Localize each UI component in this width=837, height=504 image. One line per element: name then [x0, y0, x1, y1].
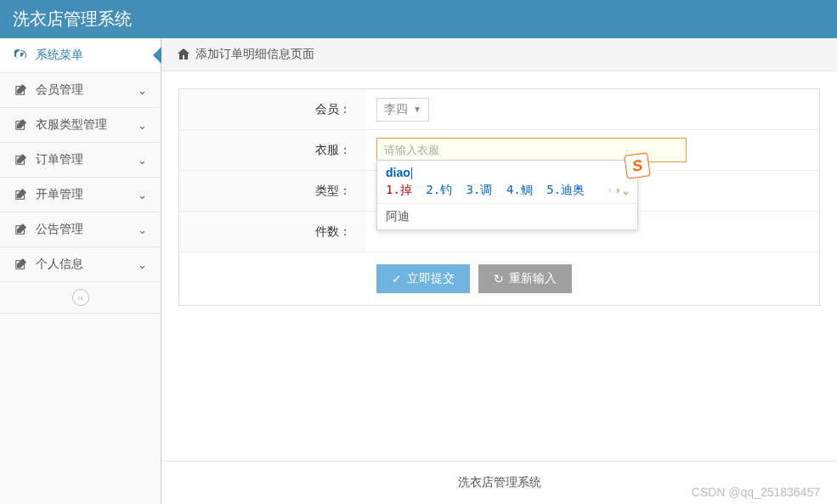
- chevron-down-icon: ⌄: [138, 224, 147, 236]
- form-row-member: 会员： 李四 ▼: [179, 89, 819, 130]
- edit-icon: [14, 119, 29, 131]
- breadcrumb-text: 添加订单明细信息页面: [195, 47, 314, 62]
- sidebar-item-label: 个人信息: [36, 257, 138, 272]
- content-area: 会员： 李四 ▼ 衣服： S: [161, 71, 837, 461]
- active-arrow-icon: [153, 47, 161, 64]
- ime-popup: S diao 1.掉 2.钓 3.调 4.鲷 5.迪奥 ‹ ›: [376, 160, 638, 230]
- ime-more-icon[interactable]: ⌄: [623, 184, 629, 196]
- breadcrumb: 添加订单明细信息页面: [161, 38, 837, 71]
- ime-candidates: 1.掉 2.钓 3.调 4.鲷 5.迪奥 ‹ › ⌄: [377, 181, 637, 203]
- edit-icon: [14, 189, 29, 201]
- main-container: 系统菜单 会员管理 ⌄ 衣服类型管理 ⌄ 订单管理 ⌄: [0, 38, 837, 504]
- chevron-down-icon: ⌄: [138, 189, 147, 201]
- ime-prev-icon[interactable]: ‹: [607, 184, 613, 196]
- reset-button[interactable]: ↻ 重新输入: [478, 264, 572, 293]
- sidebar-item-clothes-type[interactable]: 衣服类型管理 ⌄: [0, 108, 161, 143]
- member-label: 会员：: [179, 89, 366, 129]
- sidebar-item-announcement[interactable]: 公告管理 ⌄: [0, 212, 161, 247]
- ime-candidate[interactable]: 1.掉: [386, 183, 412, 198]
- edit-icon: [14, 154, 29, 166]
- clothes-field: S diao 1.掉 2.钓 3.调 4.鲷 5.迪奥 ‹ ›: [366, 131, 819, 169]
- ime-nav: ‹ › ⌄: [607, 184, 629, 196]
- sidebar-item-system-menu[interactable]: 系统菜单: [0, 38, 161, 73]
- reset-label: 重新输入: [509, 271, 557, 286]
- sidebar-item-label: 公告管理: [36, 222, 138, 237]
- main-panel: 添加订单明细信息页面 会员： 李四 ▼ 衣服：: [161, 38, 837, 504]
- watermark: CSDN @qq_251836457: [692, 485, 820, 499]
- sidebar-item-label: 衣服类型管理: [36, 117, 138, 133]
- clothes-label: 衣服：: [179, 130, 366, 170]
- edit-icon: [14, 258, 29, 270]
- form-buttons: ✓ 立即提交 ↻ 重新输入: [179, 252, 819, 305]
- member-field: 李四 ▼: [366, 91, 819, 128]
- sidebar-item-profile[interactable]: 个人信息 ⌄: [0, 247, 161, 282]
- sidebar-collapse-button[interactable]: ‹‹: [72, 289, 89, 306]
- submit-label: 立即提交: [407, 271, 455, 286]
- edit-icon: [14, 224, 29, 235]
- refresh-icon: ↻: [494, 272, 504, 286]
- member-select-value: 李四: [384, 102, 408, 117]
- sidebar: 系统菜单 会员管理 ⌄ 衣服类型管理 ⌄ 订单管理 ⌄: [0, 38, 161, 504]
- ime-candidate[interactable]: 2.钓: [426, 183, 452, 198]
- sidebar-item-label: 会员管理: [36, 82, 138, 98]
- form-row-clothes: 衣服： S diao 1.掉 2.钓 3.调 4.鲷: [179, 130, 819, 171]
- check-icon: ✓: [392, 272, 402, 286]
- count-label: 件数：: [179, 212, 366, 252]
- sidebar-item-label: 系统菜单: [36, 48, 147, 63]
- chevron-down-icon: ⌄: [138, 258, 147, 271]
- type-label: 类型：: [179, 171, 366, 211]
- caret-down-icon: ▼: [413, 105, 421, 114]
- sidebar-item-billing[interactable]: 开单管理 ⌄: [0, 178, 161, 212]
- edit-icon: [14, 84, 29, 96]
- chevron-down-icon: ⌄: [138, 154, 147, 167]
- footer-text: 洗衣店管理系统: [458, 475, 541, 489]
- form-panel: 会员： 李四 ▼ 衣服： S: [178, 88, 820, 306]
- collapse-icon: ‹‹: [77, 293, 83, 303]
- ime-suggestion[interactable]: 阿迪: [377, 203, 637, 229]
- ime-candidate[interactable]: 3.调: [467, 183, 493, 198]
- dashboard-icon: [14, 48, 29, 62]
- sidebar-item-order[interactable]: 订单管理 ⌄: [0, 143, 161, 178]
- ime-input-text: diao: [377, 161, 637, 181]
- sidebar-item-label: 订单管理: [36, 152, 138, 167]
- app-title: 洗衣店管理系统: [13, 8, 132, 31]
- ime-candidate[interactable]: 4.鲷: [506, 183, 533, 198]
- chevron-down-icon: ⌄: [138, 84, 147, 97]
- submit-button[interactable]: ✓ 立即提交: [376, 264, 470, 293]
- chevron-down-icon: ⌄: [138, 119, 147, 132]
- home-icon: [177, 48, 190, 61]
- sidebar-item-member[interactable]: 会员管理 ⌄: [0, 73, 161, 108]
- app-header: 洗衣店管理系统: [0, 0, 837, 38]
- sidebar-collapse-row: ‹‹: [0, 282, 161, 314]
- ime-next-icon[interactable]: ›: [615, 184, 621, 196]
- member-select[interactable]: 李四 ▼: [376, 98, 429, 122]
- ime-candidate[interactable]: 5.迪奥: [546, 183, 585, 198]
- sidebar-item-label: 开单管理: [36, 187, 138, 202]
